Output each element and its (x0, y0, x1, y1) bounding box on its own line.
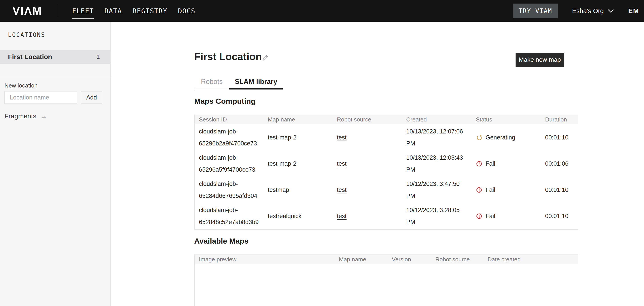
robot-source-cell: test (333, 184, 402, 196)
alert-circle-icon (476, 187, 482, 193)
table-row: cloudslam-job-65284d667695afd304 testmap… (195, 177, 578, 203)
nav-divider (57, 5, 57, 17)
table-row: cloudslam-job-65296a5f9f4700ce73 test-ma… (195, 151, 578, 177)
arrow-right-icon: → (40, 112, 47, 120)
location-detail-content: First Location Make new map Robots SLAM … (194, 0, 578, 306)
duration-cell: 00:01:10 (541, 131, 578, 143)
session-id-cell: cloudslam-job-652848c52e7ab8d3b9 (195, 204, 264, 228)
location-name-input[interactable] (4, 91, 77, 104)
nav-item-docs[interactable]: DOCS (178, 7, 195, 15)
session-id-cell: cloudslam-job-65284d667695afd304 (195, 178, 264, 202)
locations-sidebar: LOCATIONS First Location 1 New location … (0, 22, 111, 306)
add-location-button[interactable]: Add (81, 91, 102, 104)
table-row: cloudslam-job-65296b2a9f4700ce73 test-ma… (195, 124, 578, 151)
location-tabs: Robots SLAM library (194, 75, 283, 89)
status-label: Fail (486, 184, 495, 196)
chevron-down-icon (608, 9, 614, 13)
robot-source-link[interactable]: test (337, 160, 347, 167)
viam-app-page: VIΛM FLEET DATA REGISTRY DOCS TRY VIAM E… (0, 0, 644, 306)
nav-item-fleet[interactable]: FLEET (72, 7, 94, 15)
robot-source-link[interactable]: test (337, 187, 347, 193)
page-title: First Location (194, 51, 262, 63)
viam-logo[interactable]: VIΛM (12, 4, 42, 17)
location-name: First Location (8, 53, 52, 61)
robot-source-cell: test (333, 210, 402, 222)
map-name-cell: test-map-2 (264, 131, 333, 143)
new-location-label: New location (4, 82, 38, 89)
available-maps-table: Image preview Map name Version Robot sou… (194, 255, 578, 306)
map-name-cell: test-map-2 (264, 158, 333, 170)
created-cell: 10/12/2023, 3:47:50 PM (402, 178, 472, 202)
locations-heading: LOCATIONS (8, 31, 45, 38)
maps-computing-table: Session ID Map name Robot source Created… (194, 115, 578, 230)
col-robot-source: Robot source (333, 116, 402, 123)
created-cell: 10/13/2023, 12:03:43 PM (402, 152, 472, 176)
col-duration: Duration (541, 116, 578, 123)
maps-computing-body: cloudslam-job-65296b2a9f4700ce73 test-ma… (195, 124, 578, 229)
status-label: Fail (486, 158, 495, 170)
nav-item-data[interactable]: DATA (104, 7, 122, 15)
duration-cell: 00:01:06 (541, 158, 578, 170)
col-status: Status (472, 116, 541, 123)
status-cell: Fail (472, 210, 541, 222)
session-id-cell: cloudslam-job-65296a5f9f4700ce73 (195, 152, 264, 176)
available-maps-header-row: Image preview Map name Version Robot sou… (195, 255, 578, 264)
col-robot-source: Robot source (431, 256, 483, 263)
location-robot-count: 1 (96, 53, 100, 60)
status-label: Generating (486, 131, 515, 143)
sidebar-item-first-location[interactable]: First Location 1 (0, 50, 110, 64)
fragments-label: Fragments (4, 112, 36, 120)
alert-circle-icon (476, 160, 482, 167)
created-cell: 10/13/2023, 12:07:06 PM (402, 125, 472, 149)
primary-nav: FLEET DATA REGISTRY DOCS (72, 7, 195, 15)
col-map-name: Map name (264, 116, 333, 123)
status-label: Fail (486, 210, 495, 222)
duration-cell: 00:01:10 (541, 184, 578, 196)
map-name-cell: testmap (264, 184, 333, 196)
robot-source-cell: test (333, 131, 402, 143)
table-row: cloudslam-job-652848c52e7ab8d3b9 testrea… (195, 203, 578, 229)
org-switcher[interactable]: Esha's Org (572, 7, 614, 15)
col-date-created: Date created (483, 256, 578, 263)
maps-computing-heading: Maps Computing (194, 97, 256, 105)
robot-source-link[interactable]: test (337, 213, 347, 219)
col-map-name: Map name (335, 256, 388, 263)
alert-circle-icon (476, 213, 482, 219)
tab-robots[interactable]: Robots (194, 75, 229, 89)
available-maps-heading: Available Maps (194, 237, 248, 245)
created-cell: 10/12/2023, 3:28:05 PM (402, 204, 472, 228)
col-version: Version (388, 256, 431, 263)
pencil-icon[interactable] (262, 54, 269, 61)
status-cell: Fail (472, 184, 541, 196)
col-created: Created (402, 116, 472, 123)
nav-item-registry[interactable]: REGISTRY (132, 7, 167, 15)
col-session-id: Session ID (195, 116, 264, 123)
map-name-cell: testrealquick (264, 210, 333, 222)
duration-cell: 00:01:10 (541, 210, 578, 222)
status-cell: Generating (472, 131, 541, 143)
user-avatar-initials[interactable]: EM (628, 7, 639, 15)
maps-computing-header-row: Session ID Map name Robot source Created… (195, 115, 578, 124)
robot-source-cell: test (333, 158, 402, 170)
sidebar-divider (0, 77, 110, 77)
available-maps-body (195, 264, 578, 306)
col-image-preview: Image preview (195, 256, 335, 263)
status-cell: Fail (472, 158, 541, 170)
session-id-cell: cloudslam-job-65296b2a9f4700ce73 (195, 125, 264, 149)
refresh-icon (476, 134, 482, 141)
make-new-map-button[interactable]: Make new map (516, 53, 564, 67)
tab-slam-library[interactable]: SLAM library (229, 75, 283, 89)
robot-source-link[interactable]: test (337, 134, 347, 141)
fragments-link[interactable]: Fragments → (4, 112, 47, 120)
